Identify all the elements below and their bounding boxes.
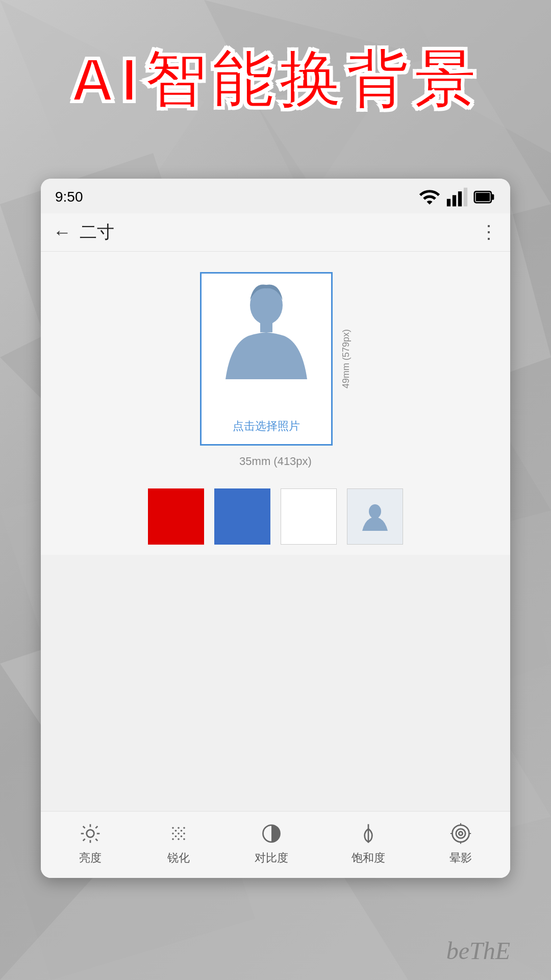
svg-line-31: [95, 839, 97, 841]
svg-point-50: [459, 831, 463, 835]
nav-item-saturation[interactable]: 饱和度: [352, 821, 385, 866]
person-silhouette: [215, 277, 317, 410]
nav-item-contrast[interactable]: 对比度: [255, 821, 288, 866]
width-label: 35mm (413px): [239, 455, 312, 468]
photo-preview-container: 点击选择照片 49mm (579px): [200, 272, 352, 446]
sharpen-icon: [166, 821, 191, 846]
swatch-blue[interactable]: [214, 488, 270, 545]
swatch-red[interactable]: [148, 488, 204, 545]
watermark: beThE: [446, 937, 510, 965]
app-title: AI智能换背景: [26, 46, 525, 113]
status-time: 9:50: [55, 189, 83, 205]
svg-rect-18: [464, 188, 467, 207]
wifi-icon: [418, 186, 441, 208]
phone-frame: 9:50 ← 二寸 ⋮: [41, 179, 510, 878]
more-button[interactable]: ⋮: [480, 222, 498, 243]
shadow-icon: [448, 821, 473, 846]
nav-label-sharpen: 锐化: [167, 850, 190, 866]
svg-rect-20: [491, 194, 494, 200]
svg-rect-15: [447, 199, 450, 207]
silhouette-area: [202, 274, 331, 413]
height-label: 49mm (579px): [341, 272, 352, 446]
svg-point-35: [178, 827, 180, 829]
svg-point-39: [184, 832, 186, 835]
status-bar: 9:50: [41, 179, 510, 213]
page-title: 二寸: [80, 220, 480, 244]
svg-rect-17: [458, 191, 462, 206]
nav-label-contrast: 对比度: [255, 850, 288, 866]
brightness-icon: [78, 821, 103, 846]
status-icons: [418, 186, 496, 208]
nav-label-shadow: 晕影: [449, 850, 472, 866]
nav-label-brightness: 亮度: [79, 850, 102, 866]
svg-line-30: [83, 826, 85, 828]
svg-point-49: [456, 829, 465, 838]
photo-area: 点击选择照片 49mm (579px) 35mm (413px): [200, 272, 352, 468]
svg-line-32: [95, 826, 97, 828]
bottom-nav: 亮度: [41, 811, 510, 878]
svg-point-46: [181, 836, 183, 838]
svg-rect-21: [476, 193, 490, 202]
nav-item-brightness[interactable]: 亮度: [78, 821, 103, 866]
nav-item-shadow[interactable]: 晕影: [448, 821, 473, 866]
svg-point-42: [184, 838, 186, 840]
svg-point-36: [184, 827, 186, 829]
svg-rect-16: [453, 195, 456, 206]
photo-frame[interactable]: 点击选择照片: [200, 272, 333, 446]
nav-label-saturation: 饱和度: [352, 850, 385, 866]
main-content: 点击选择照片 49mm (579px) 35mm (413px): [41, 252, 510, 555]
back-button[interactable]: ←: [53, 222, 71, 243]
svg-point-37: [172, 832, 174, 835]
saturation-icon: [356, 821, 381, 846]
svg-point-45: [175, 836, 177, 838]
svg-point-25: [86, 830, 94, 838]
svg-point-48: [453, 825, 469, 842]
color-swatches: [148, 488, 403, 545]
swatch-white[interactable]: [281, 488, 337, 545]
signal-icon: [446, 186, 468, 208]
svg-line-33: [83, 839, 85, 841]
swatch-silhouette[interactable]: [347, 488, 403, 545]
nav-item-sharpen[interactable]: 锐化: [166, 821, 191, 866]
svg-rect-23: [260, 322, 272, 332]
svg-point-44: [181, 830, 183, 832]
swatch-silhouette-icon: [360, 501, 390, 532]
top-bar: ← 二寸 ⋮: [41, 213, 510, 252]
battery-icon: [473, 186, 496, 208]
svg-point-34: [172, 827, 174, 829]
svg-point-38: [178, 832, 180, 835]
contrast-icon: [259, 821, 284, 846]
svg-point-40: [172, 838, 174, 840]
svg-point-41: [178, 838, 180, 840]
svg-point-43: [175, 830, 177, 832]
select-photo-text[interactable]: 点击选择照片: [228, 413, 305, 439]
